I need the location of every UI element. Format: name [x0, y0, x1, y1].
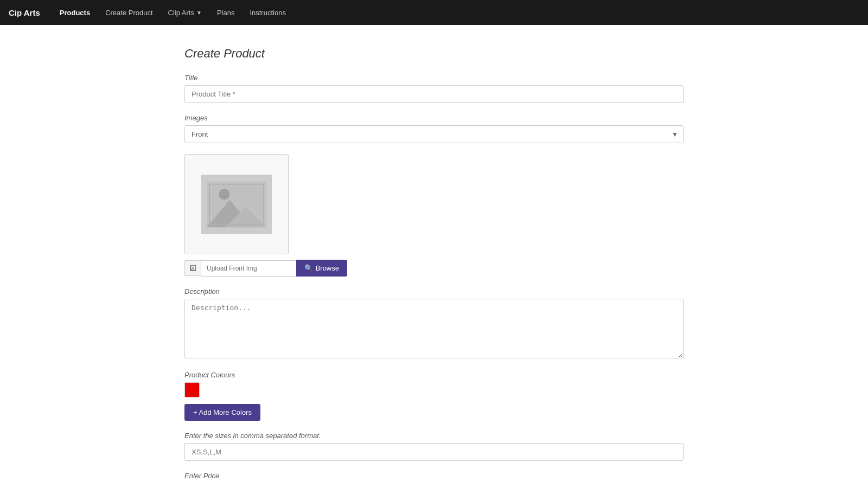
file-upload-input[interactable]	[201, 260, 296, 277]
sizes-input[interactable]	[184, 443, 684, 461]
clip-arts-dropdown-arrow: ▼	[196, 10, 202, 16]
title-input[interactable]	[184, 85, 684, 103]
title-group: Title	[184, 74, 684, 103]
page-title: Create Product	[184, 47, 684, 61]
brand-logo[interactable]: Cip Arts	[9, 8, 40, 17]
description-textarea[interactable]	[184, 299, 684, 358]
image-preview-container	[184, 154, 289, 254]
sizes-label: Enter the sizes in comma separated forma…	[184, 432, 684, 440]
color-swatch-red[interactable]	[184, 382, 200, 397]
product-colours-label: Product Colours	[184, 371, 684, 379]
title-label: Title	[184, 74, 684, 82]
image-placeholder-icon	[207, 180, 266, 229]
sizes-group: Enter the sizes in comma separated forma…	[184, 432, 684, 461]
price-label: Enter Price	[184, 472, 684, 480]
nav-item-create-product[interactable]: Create Product	[99, 5, 159, 20]
images-select-wrapper: Front Back Left Right ▼	[184, 125, 684, 143]
product-colours-group: Product Colours + Add More Colors	[184, 371, 684, 421]
nav-item-products[interactable]: Products	[53, 5, 97, 20]
price-group: Enter Price	[184, 472, 684, 480]
images-label: Images	[184, 114, 684, 122]
images-select[interactable]: Front Back Left Right	[184, 125, 684, 143]
file-upload-row: 🖼 🔍 Browse	[184, 260, 347, 277]
nav-items: Products Create Product Clip Arts ▼ Plan…	[53, 5, 292, 20]
main-content: Create Product Title Images Front Back L…	[174, 25, 694, 488]
image-placeholder	[201, 175, 272, 234]
nav-item-clip-arts[interactable]: Clip Arts ▼	[162, 5, 208, 20]
browse-button[interactable]: 🔍 Browse	[296, 260, 347, 277]
description-label: Description	[184, 287, 684, 296]
nav-item-plans[interactable]: Plans	[210, 5, 241, 20]
svg-point-1	[219, 189, 229, 200]
add-colors-button[interactable]: + Add More Colors	[184, 404, 260, 421]
navbar: Cip Arts Products Create Product Clip Ar…	[0, 0, 868, 25]
images-group: Images Front Back Left Right ▼	[184, 114, 684, 143]
description-group: Description	[184, 287, 684, 360]
file-upload-icon: 🖼	[184, 260, 201, 276]
browse-search-icon: 🔍	[304, 264, 313, 272]
nav-item-instructions[interactable]: Instructions	[243, 5, 292, 20]
